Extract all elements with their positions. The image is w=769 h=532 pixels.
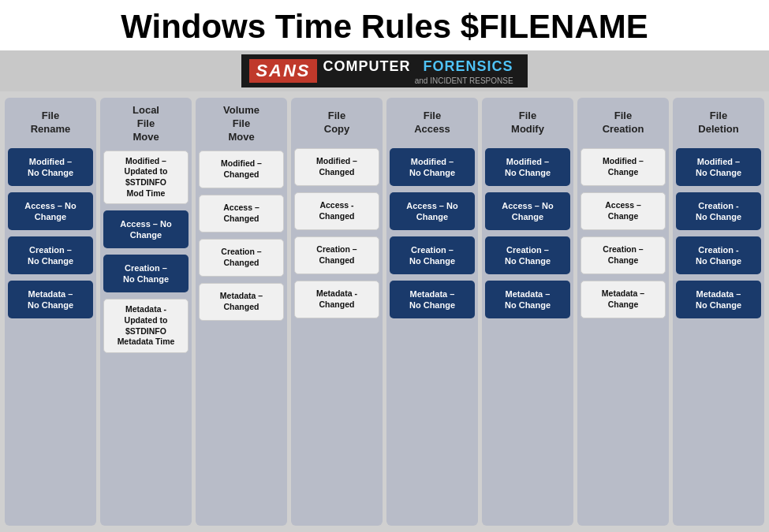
main-content: File RenameModified – No ChangeAccess – … <box>0 91 769 532</box>
cell-4-1: Access – No Change <box>390 192 475 230</box>
column-7: File DeletionModified – No ChangeCreatio… <box>673 98 764 526</box>
col-header-4: File Access <box>414 104 450 142</box>
column-3: File CopyModified – ChangedAccess - Chan… <box>291 98 383 526</box>
cell-5-2: Creation – No Change <box>485 236 570 274</box>
col-header-2: Volume File Move <box>223 104 259 144</box>
cell-1-2: Creation – No Change <box>103 255 189 292</box>
column-2: Volume File MoveModified – ChangedAccess… <box>196 98 287 526</box>
cell-4-0: Modified – No Change <box>390 148 475 186</box>
col-header-5: File Modify <box>511 104 544 142</box>
logo-forensics: FORENSICS <box>417 57 520 76</box>
cell-0-1: Access – No Change <box>8 192 93 230</box>
cell-0-3: Metadata – No Change <box>8 281 93 318</box>
column-6: File CreationModified – ChangeAccess – C… <box>577 98 669 526</box>
cell-2-3: Metadata – Changed <box>199 283 284 321</box>
column-0: File RenameModified – No ChangeAccess – … <box>5 98 96 526</box>
logo-bar: SANS COMPUTER FORENSICS and INCIDENT RES… <box>0 50 769 91</box>
column-1: Local File MoveModified – Updated to $ST… <box>100 98 192 526</box>
cell-7-1: Creation - No Change <box>676 192 761 230</box>
cell-7-3: Metadata – No Change <box>676 281 761 318</box>
cell-1-3: Metadata - Updated to $STDINFO Metadata … <box>103 299 189 353</box>
cell-4-3: Metadata – No Change <box>390 281 475 318</box>
col-header-3: File Copy <box>324 104 350 142</box>
logo-sub: and INCIDENT RESPONSE <box>317 76 520 85</box>
column-5: File ModifyModified – No ChangeAccess – … <box>482 98 573 526</box>
logo-sans: SANS <box>249 59 316 83</box>
page-title: Windows Time Rules $FILENAME <box>0 0 769 50</box>
logo-computer: COMPUTER <box>317 57 417 76</box>
cell-2-1: Access – Changed <box>199 195 284 233</box>
cell-6-1: Access – Change <box>580 192 666 230</box>
cell-4-2: Creation – No Change <box>390 236 475 274</box>
logo-stack: COMPUTER FORENSICS and INCIDENT RESPONSE <box>317 57 520 85</box>
cell-5-1: Access – No Change <box>485 192 570 230</box>
column-4: File AccessModified – No ChangeAccess – … <box>386 98 478 526</box>
cell-6-2: Creation – Change <box>580 236 666 274</box>
cell-5-3: Metadata – No Change <box>485 281 570 318</box>
cell-0-0: Modified – No Change <box>8 148 93 186</box>
cell-3-3: Metadata - Changed <box>294 281 379 318</box>
cell-1-0: Modified – Updated to $STDINFO Mod Time <box>103 151 189 205</box>
col-header-7: File Deletion <box>698 104 738 142</box>
cell-6-0: Modified – Change <box>580 148 666 186</box>
cell-6-3: Metadata – Change <box>580 281 666 318</box>
cell-3-2: Creation – Changed <box>294 236 379 274</box>
cell-7-0: Modified – No Change <box>676 148 761 186</box>
cell-7-2: Creation - No Change <box>676 236 761 274</box>
cell-2-0: Modified – Changed <box>199 151 284 188</box>
col-header-6: File Creation <box>603 104 644 142</box>
cell-2-2: Creation – Changed <box>199 239 284 277</box>
cell-0-2: Creation – No Change <box>8 236 93 274</box>
col-header-0: File Rename <box>31 104 71 142</box>
col-header-1: Local File Move <box>133 104 159 144</box>
cell-1-1: Access – No Change <box>103 210 189 248</box>
cell-3-0: Modified – Changed <box>294 148 379 186</box>
cell-3-1: Access - Changed <box>294 192 379 230</box>
logo-inner: SANS COMPUTER FORENSICS and INCIDENT RES… <box>241 54 527 87</box>
page: Windows Time Rules $FILENAME SANS COMPUT… <box>0 0 769 532</box>
cell-5-0: Modified – No Change <box>485 148 570 186</box>
